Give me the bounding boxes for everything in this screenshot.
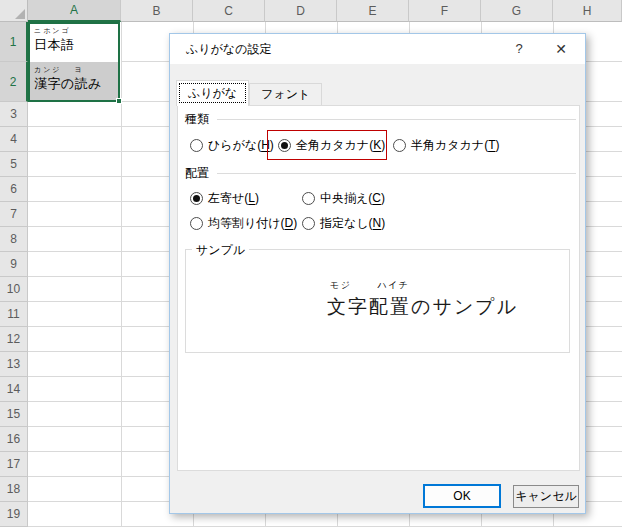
- column-header-C[interactable]: C: [193, 0, 265, 22]
- radio-icon: [393, 139, 406, 152]
- row-header-1[interactable]: 1: [0, 22, 28, 62]
- row-header-19[interactable]: 19: [0, 502, 28, 527]
- radio-icon: [190, 217, 203, 230]
- row-header-12[interactable]: 12: [0, 327, 28, 352]
- radio-checked-icon: [278, 139, 291, 152]
- row-header-16[interactable]: 16: [0, 427, 28, 452]
- radio-hiragana[interactable]: ひらがな(H): [190, 137, 274, 153]
- row-header-8[interactable]: 8: [0, 227, 28, 252]
- column-header-A[interactable]: A: [28, 0, 121, 22]
- cancel-button[interactable]: キャンセル: [513, 485, 579, 508]
- row-header-18[interactable]: 18: [0, 477, 28, 502]
- section-type: 種類: [185, 111, 576, 128]
- column-header-E[interactable]: E: [337, 0, 409, 22]
- row-header-7[interactable]: 7: [0, 202, 28, 227]
- sample-groupbox: サンプル モジハイチ 文字配置のサンプル: [185, 249, 570, 353]
- sample-preview: モジハイチ 文字配置のサンプル: [327, 279, 518, 320]
- column-header-G[interactable]: G: [481, 0, 553, 22]
- cell-a2-text: 漢字の読み: [34, 75, 119, 93]
- radio-align-none[interactable]: 指定なし(N): [302, 215, 385, 231]
- radio-icon: [302, 217, 315, 230]
- tabstrip: ふりがな フォント: [176, 80, 322, 106]
- furigana-settings-dialog: ふりがなの設定 ? ✕ ふりがな フォント 種類 ひらがな(H) 全角カタカナ(…: [169, 33, 586, 514]
- section-alignment-rule: [217, 173, 576, 174]
- row-header-5[interactable]: 5: [0, 152, 28, 177]
- sample-furigana: モジハイチ: [327, 279, 518, 292]
- row-header-14[interactable]: 14: [0, 377, 28, 402]
- radio-hankaku-katakana-label: 半角カタカナ(T): [411, 137, 499, 154]
- row-header-11[interactable]: 11: [0, 302, 28, 327]
- section-alignment-label: 配置: [185, 165, 209, 182]
- cell-a2-furigana: カンジヨ: [34, 65, 119, 75]
- column-header-H[interactable]: H: [553, 0, 622, 22]
- sample-group-label: サンプル: [192, 242, 249, 259]
- radio-align-none-label: 指定なし(N): [320, 215, 385, 232]
- select-all-triangle-icon: [15, 9, 25, 19]
- radio-align-distributed-label: 均等割り付け(D): [208, 215, 297, 232]
- row-header-17[interactable]: 17: [0, 452, 28, 477]
- radio-align-center-label: 中央揃え(C): [320, 190, 385, 207]
- dialog-title: ふりがなの設定: [186, 34, 271, 64]
- row-header-2[interactable]: 2: [0, 62, 28, 102]
- column-header-B[interactable]: B: [121, 0, 193, 22]
- radio-icon: [302, 192, 315, 205]
- radio-align-left-label: 左寄せ(L): [208, 190, 259, 207]
- radio-hiragana-label: ひらがな(H): [208, 137, 274, 154]
- sample-text: 文字配置のサンプル: [327, 294, 518, 320]
- radio-hankaku-katakana[interactable]: 半角カタカナ(T): [393, 137, 499, 153]
- tab-font[interactable]: フォント: [249, 83, 322, 106]
- help-icon[interactable]: ?: [505, 34, 533, 64]
- column-header-D[interactable]: D: [265, 0, 337, 22]
- section-type-label: 種類: [185, 111, 209, 128]
- row-header-15[interactable]: 15: [0, 402, 28, 427]
- row-header-3[interactable]: 3: [0, 102, 28, 127]
- red-highlight-box: 全角カタカナ(K): [267, 130, 387, 160]
- cell-a1-furigana: ニホンゴ: [34, 26, 119, 36]
- radio-align-distributed[interactable]: 均等割り付け(D): [190, 215, 297, 231]
- radio-zenkaku-katakana-label: 全角カタカナ(K): [296, 137, 385, 154]
- section-type-rule: [217, 119, 576, 120]
- ok-button[interactable]: OK: [423, 484, 501, 508]
- radio-icon: [190, 139, 203, 152]
- row-header-6[interactable]: 6: [0, 177, 28, 202]
- row-header-9[interactable]: 9: [0, 252, 28, 277]
- cell-a1[interactable]: ニホンゴ 日本語: [30, 23, 119, 61]
- dialog-titlebar[interactable]: ふりがなの設定 ? ✕: [170, 34, 585, 64]
- radio-zenkaku-katakana[interactable]: 全角カタカナ(K): [278, 137, 385, 153]
- row-header-10[interactable]: 10: [0, 277, 28, 302]
- column-header-F[interactable]: F: [409, 0, 481, 22]
- radio-align-center[interactable]: 中央揃え(C): [302, 190, 385, 206]
- tab-furigana[interactable]: ふりがな: [176, 80, 249, 106]
- tab-page-furigana: 種類 ひらがな(H) 全角カタカナ(K) 半角カタカナ(T) 配置 左寄せ(L): [177, 105, 580, 471]
- row-header-13[interactable]: 13: [0, 352, 28, 377]
- cell-a1-text: 日本語: [34, 36, 119, 54]
- row-header-4[interactable]: 4: [0, 127, 28, 152]
- cell-a2[interactable]: カンジヨ 漢字の読み: [30, 62, 119, 101]
- section-alignment: 配置: [185, 165, 576, 182]
- select-all-corner[interactable]: [0, 0, 28, 22]
- radio-align-left[interactable]: 左寄せ(L): [190, 190, 259, 206]
- radio-checked-icon: [190, 192, 203, 205]
- close-icon[interactable]: ✕: [547, 34, 575, 64]
